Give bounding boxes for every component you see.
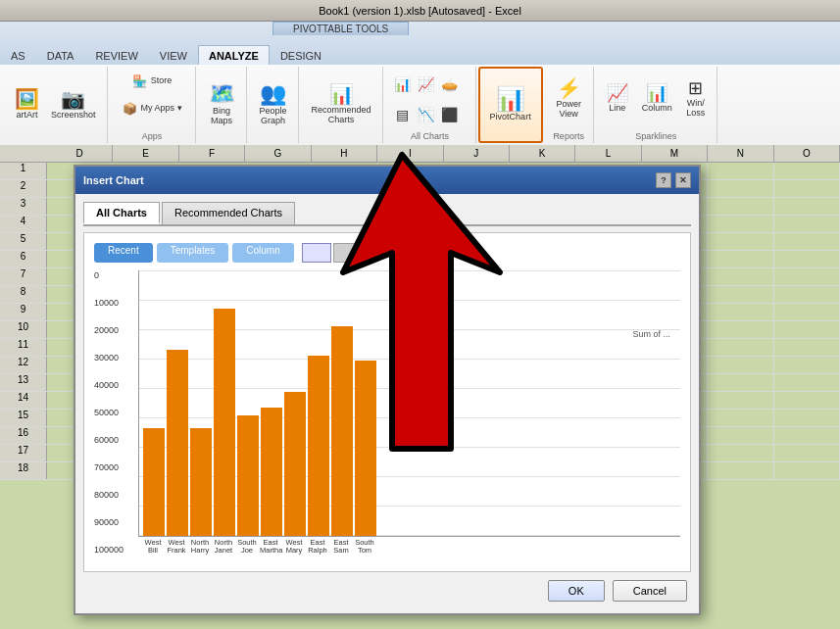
cell[interactable]	[774, 321, 840, 338]
bar-7[interactable]	[308, 356, 329, 536]
col-j[interactable]: J	[444, 145, 510, 162]
col-n[interactable]: N	[708, 145, 773, 162]
col-m[interactable]: M	[642, 145, 708, 162]
column-tab[interactable]: Column	[232, 243, 293, 263]
dialog-title: Insert Chart	[83, 174, 144, 186]
bar-0[interactable]	[143, 428, 165, 535]
cell[interactable]	[708, 339, 773, 356]
cell[interactable]	[774, 233, 840, 250]
tab-analyze[interactable]: ANALYZE	[198, 45, 270, 65]
cell[interactable]	[774, 268, 840, 285]
bar-4[interactable]	[237, 415, 259, 536]
cell[interactable]	[774, 251, 840, 267]
area-chart-button[interactable]: 📉	[415, 101, 438, 128]
col-f[interactable]: F	[179, 145, 245, 162]
cell[interactable]	[774, 462, 840, 479]
chart-area-inner: WestBillWestFrankNorthHarryNorthJanetSou…	[138, 270, 680, 555]
cell[interactable]	[774, 357, 840, 373]
col-h[interactable]: H	[312, 145, 377, 162]
col-e[interactable]: E	[113, 145, 178, 162]
templates-tab[interactable]: Templates	[157, 243, 229, 263]
cell[interactable]	[708, 410, 773, 426]
ok-button[interactable]: OK	[548, 580, 605, 602]
pie-chart-button[interactable]: 🥧	[438, 71, 462, 98]
dialog-help-button[interactable]: ?	[656, 172, 671, 188]
tab-design[interactable]: DESIGN	[270, 45, 332, 65]
scatter-chart-button[interactable]: ⬛	[438, 101, 462, 128]
cell[interactable]	[708, 462, 773, 479]
cell[interactable]	[774, 392, 840, 409]
cell[interactable]	[708, 304, 773, 320]
chart-type-2[interactable]	[333, 243, 363, 263]
cell[interactable]	[774, 374, 840, 391]
line-chart-button[interactable]: 📈	[415, 71, 438, 98]
recommended-charts-button[interactable]: 📊 RecommendedCharts	[307, 75, 376, 134]
my-apps-icon: 📦	[123, 103, 137, 115]
cell[interactable]	[774, 216, 840, 232]
column-chart-button[interactable]: 📊	[391, 71, 415, 98]
line-sparkline-button[interactable]: 📈 Line	[602, 70, 633, 128]
cell[interactable]	[708, 374, 773, 391]
cell[interactable]	[774, 286, 840, 303]
cell[interactable]	[774, 180, 840, 197]
recent-tab[interactable]: Recent	[94, 243, 153, 263]
cell[interactable]	[708, 427, 773, 444]
cell[interactable]	[774, 445, 840, 461]
col-g[interactable]: G	[245, 145, 311, 162]
group-pivot-chart: 📊 PivotChart	[478, 67, 543, 143]
col-k[interactable]: K	[510, 145, 575, 162]
power-view-button[interactable]: ⚡ PowerView	[551, 70, 586, 128]
cell[interactable]	[708, 198, 773, 215]
cell[interactable]	[708, 163, 773, 179]
screenshot-button[interactable]: 📷 Screenshot	[46, 75, 101, 134]
cell[interactable]	[708, 286, 773, 303]
cancel-button[interactable]: Cancel	[613, 580, 687, 602]
col-i[interactable]: I	[377, 145, 443, 162]
my-apps-button[interactable]: 📦 My Apps ▾	[116, 96, 189, 121]
win-loss-button[interactable]: ⊞ Win/Loss	[681, 70, 711, 128]
bar-3[interactable]	[214, 309, 235, 536]
cell[interactable]	[708, 357, 773, 373]
cell[interactable]	[708, 233, 773, 250]
cell[interactable]	[774, 427, 840, 444]
dialog-close-button[interactable]: ✕	[675, 172, 691, 188]
x-label-8: EastSam	[330, 539, 352, 556]
col-o[interactable]: O	[774, 145, 840, 162]
pivot-chart-button[interactable]: 📊 PivotChart	[486, 75, 535, 134]
bing-maps-button[interactable]: 🗺️ BingMaps	[204, 75, 240, 134]
tab-view[interactable]: VIEW	[149, 45, 198, 65]
tab-data[interactable]: DATA	[36, 45, 85, 65]
people-graph-button[interactable]: 👥 PeopleGraph	[255, 75, 292, 134]
tab-recommended-charts[interactable]: Recommended Charts	[162, 202, 295, 224]
cell[interactable]	[708, 251, 773, 267]
cell[interactable]	[708, 268, 773, 285]
cell[interactable]	[708, 180, 773, 197]
chart-type-1[interactable]	[302, 243, 331, 263]
cell[interactable]	[708, 321, 773, 338]
x-label-4: SouthJoe	[236, 539, 258, 556]
cell[interactable]	[774, 163, 840, 179]
bar-5[interactable]	[261, 408, 282, 536]
col-d[interactable]: D	[47, 145, 113, 162]
cell[interactable]	[774, 304, 840, 320]
bar-6[interactable]	[284, 392, 306, 536]
column-chart-icon: 📊	[394, 76, 411, 92]
tab-review[interactable]: REVIEW	[84, 45, 148, 65]
cell[interactable]	[774, 198, 840, 215]
cell[interactable]	[774, 339, 840, 356]
bar-9[interactable]	[355, 361, 376, 536]
tab-as[interactable]: AS	[0, 45, 36, 65]
cell[interactable]	[774, 410, 840, 426]
bar-2[interactable]	[190, 428, 212, 535]
cell[interactable]	[708, 445, 773, 461]
column-sparkline-button[interactable]: 📊 Column	[637, 70, 677, 128]
store-button[interactable]: 🏪 Store	[125, 69, 179, 94]
bar-chart-button[interactable]: ▤	[391, 101, 415, 128]
col-l[interactable]: L	[575, 145, 641, 162]
tab-all-charts[interactable]: All Charts	[83, 202, 160, 224]
bar-8[interactable]	[331, 326, 353, 535]
cell[interactable]	[708, 392, 773, 409]
cell[interactable]	[708, 216, 773, 232]
bar-1[interactable]	[167, 350, 188, 535]
insert-art-button[interactable]: 🖼️ artArt	[10, 75, 44, 134]
